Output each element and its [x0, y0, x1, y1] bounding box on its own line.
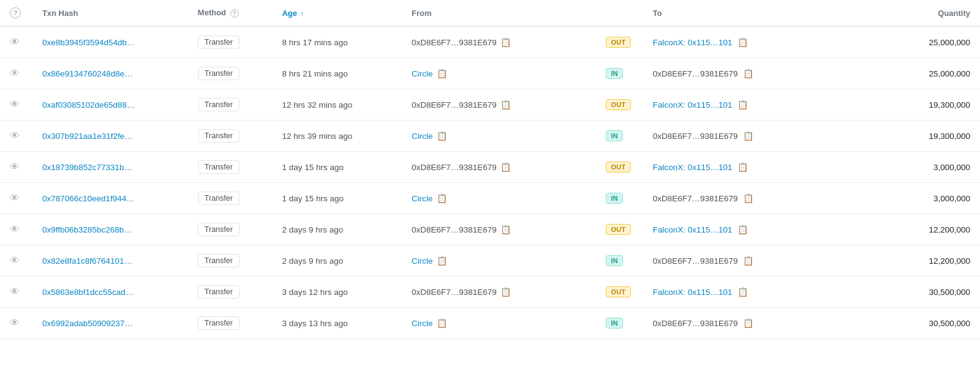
direction-badge: OUT [606, 224, 630, 235]
eye-icon[interactable]: 👁 [10, 162, 20, 172]
table-row: 👁0x82e8fa1c8f6764101…Transfer2 days 9 hr… [0, 245, 980, 277]
eye-icon[interactable]: 👁 [10, 193, 20, 203]
eye-icon[interactable]: 👁 [10, 318, 20, 328]
age-text: 12 hrs 32 mins ago [282, 100, 352, 110]
txn-hash-link[interactable]: 0x86e9134760248d8e… [42, 69, 133, 78]
direction-badge: OUT [606, 162, 630, 173]
table-row: 👁0x9ffb06b3285bc268b…Transfer2 days 9 hr… [0, 214, 980, 245]
to-link[interactable]: FalconX: 0x115…101 [653, 38, 733, 47]
from-address: 0xD8E6F7…9381E679 [412, 38, 497, 47]
eye-icon[interactable]: 👁 [10, 99, 20, 110]
col-header-method: Method ? [188, 0, 273, 26]
eye-icon[interactable]: 👁 [10, 130, 20, 141]
direction-badge: IN [606, 193, 623, 204]
question-circle-icon[interactable]: ? [10, 7, 21, 18]
copy-icon[interactable]: 📋 [743, 69, 753, 78]
age-text: 2 days 9 hrs ago [282, 225, 343, 234]
method-badge: Transfer [198, 316, 239, 330]
copy-icon[interactable]: 📋 [737, 287, 748, 297]
from-address: 0xD8E6F7…9381E679 [412, 100, 497, 110]
quantity-text: 12,200,000 [929, 225, 970, 234]
from-link[interactable]: Circle [412, 194, 433, 203]
age-text: 3 days 12 hrs ago [282, 288, 347, 297]
direction-badge: OUT [606, 37, 630, 48]
to-address: 0xD8E6F7…9381E679 [653, 132, 738, 141]
txn-hash-link[interactable]: 0x18739b852c77331b… [42, 163, 132, 172]
from-address: 0xD8E6F7…9381E679 [412, 225, 497, 234]
table-row: 👁0x787066c10eed1f944…Transfer1 day 15 hr… [0, 183, 980, 214]
txn-hash-link[interactable]: 0xe8b3945f3594d54db… [42, 38, 135, 47]
copy-icon[interactable]: 📋 [500, 225, 511, 234]
to-link[interactable]: FalconX: 0x115…101 [653, 288, 733, 297]
quantity-text: 30,500,000 [929, 288, 970, 297]
copy-icon[interactable]: 📋 [737, 162, 748, 172]
copy-icon[interactable]: 📋 [500, 162, 511, 172]
eye-icon[interactable]: 👁 [10, 224, 20, 234]
copy-icon[interactable]: 📋 [437, 69, 447, 78]
eye-icon[interactable]: 👁 [10, 37, 20, 47]
quantity-text: 25,000,000 [929, 38, 970, 47]
quantity-text: 12,200,000 [929, 256, 970, 266]
from-address: 0xD8E6F7…9381E679 [412, 288, 497, 297]
table-row: 👁0x6992adab50909237…Transfer3 days 13 hr… [0, 308, 980, 339]
copy-icon[interactable]: 📋 [743, 193, 753, 203]
eye-icon[interactable]: 👁 [10, 68, 20, 78]
direction-badge: IN [606, 255, 623, 266]
eye-icon[interactable]: 👁 [10, 255, 20, 266]
copy-icon[interactable]: 📋 [500, 287, 511, 297]
method-badge: Transfer [198, 285, 239, 299]
to-link[interactable]: FalconX: 0x115…101 [653, 163, 733, 172]
copy-icon[interactable]: 📋 [437, 256, 447, 266]
transactions-table: ? Txn Hash Method ? Age ↑ From [0, 0, 980, 339]
copy-icon[interactable]: 📋 [737, 100, 748, 110]
txn-hash-link[interactable]: 0xaf03085102de65d88… [42, 100, 135, 110]
quantity-text: 25,000,000 [929, 69, 970, 78]
table-row: 👁0x307b921aa1e31f2fe…Transfer12 hrs 39 m… [0, 121, 980, 152]
from-link[interactable]: Circle [412, 319, 433, 328]
method-badge: Transfer [198, 35, 239, 49]
from-link[interactable]: Circle [412, 69, 433, 78]
method-help-icon[interactable]: ? [230, 9, 239, 18]
quantity-text: 3,000,000 [933, 163, 970, 172]
col-header-age[interactable]: Age ↑ [272, 0, 402, 26]
to-address: 0xD8E6F7…9381E679 [653, 69, 738, 78]
age-text: 12 hrs 39 mins ago [282, 132, 352, 141]
copy-icon[interactable]: 📋 [743, 131, 753, 141]
copy-icon[interactable]: 📋 [437, 193, 447, 203]
copy-icon[interactable]: 📋 [500, 37, 511, 47]
col-header-txn-hash: Txn Hash [32, 0, 188, 26]
to-address: 0xD8E6F7…9381E679 [653, 194, 738, 203]
col-header-quantity: Quantity [876, 0, 980, 26]
eye-icon[interactable]: 👁 [10, 286, 20, 297]
txn-hash-link[interactable]: 0x5863e8bf1dcc55cad… [42, 288, 134, 297]
copy-icon[interactable]: 📋 [437, 318, 447, 328]
txn-hash-link[interactable]: 0x787066c10eed1f944… [42, 194, 135, 203]
quantity-text: 19,300,000 [929, 132, 970, 141]
copy-icon[interactable]: 📋 [737, 37, 748, 47]
copy-icon[interactable]: 📋 [500, 100, 511, 110]
copy-icon[interactable]: 📋 [743, 256, 753, 266]
quantity-text: 30,500,000 [929, 319, 970, 328]
txn-hash-link[interactable]: 0x6992adab50909237… [42, 319, 133, 328]
table-row: 👁0x86e9134760248d8e…Transfer8 hrs 21 min… [0, 58, 980, 89]
from-link[interactable]: Circle [412, 256, 433, 266]
age-text: 1 day 15 hrs ago [282, 194, 344, 203]
table-row: 👁0xe8b3945f3594d54db…Transfer8 hrs 17 mi… [0, 26, 980, 58]
to-link[interactable]: FalconX: 0x115…101 [653, 225, 733, 234]
copy-icon[interactable]: 📋 [743, 318, 753, 328]
from-address: 0xD8E6F7…9381E679 [412, 163, 497, 172]
table-row: 👁0x5863e8bf1dcc55cad…Transfer3 days 12 h… [0, 277, 980, 308]
copy-icon[interactable]: 📋 [737, 225, 748, 234]
txn-hash-link[interactable]: 0x307b921aa1e31f2fe… [42, 132, 133, 141]
txn-hash-link[interactable]: 0x82e8fa1c8f6764101… [42, 256, 132, 266]
from-link[interactable]: Circle [412, 132, 433, 141]
to-link[interactable]: FalconX: 0x115…101 [653, 100, 733, 110]
copy-icon[interactable]: 📋 [437, 131, 447, 141]
age-text: 8 hrs 17 mins ago [282, 38, 347, 47]
txn-hash-link[interactable]: 0x9ffb06b3285bc268b… [42, 225, 132, 234]
method-badge: Transfer [198, 98, 239, 111]
age-text: 3 days 13 hrs ago [282, 319, 347, 328]
table-row: 👁0xaf03085102de65d88…Transfer12 hrs 32 m… [0, 89, 980, 121]
col-header-from: From [402, 0, 596, 26]
direction-badge: IN [606, 68, 623, 79]
